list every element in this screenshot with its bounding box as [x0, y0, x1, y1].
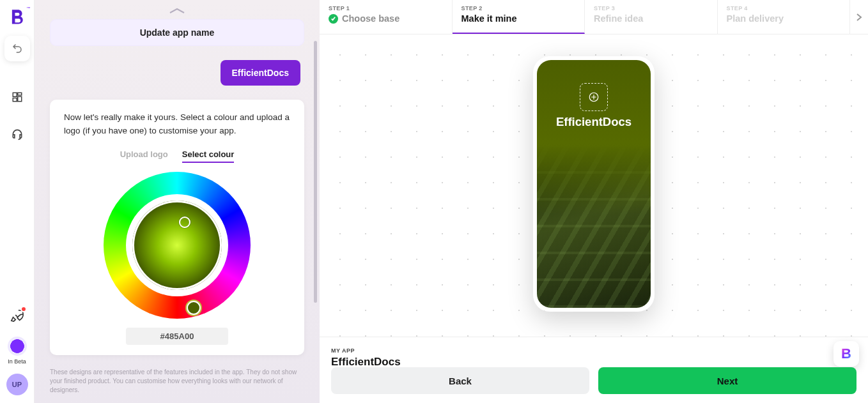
- hue-handle[interactable]: [187, 301, 201, 315]
- step-4[interactable]: STEP 4 Plan delivery: [718, 0, 851, 34]
- phone-mockup: EfficientDocs: [533, 56, 655, 312]
- rocket-button[interactable]: [10, 308, 24, 325]
- trademark: ™: [27, 6, 31, 10]
- hex-input[interactable]: [126, 328, 228, 345]
- scrollbar-thumb[interactable]: [314, 41, 317, 303]
- app-name-chip: EfficientDocs: [221, 60, 300, 86]
- step-2[interactable]: STEP 2 Make it mine: [453, 0, 585, 34]
- phone-screen: EfficientDocs: [537, 60, 651, 308]
- undo-icon: [12, 43, 23, 54]
- add-logo-slot[interactable]: [580, 83, 608, 111]
- beta-label: In Beta: [8, 358, 26, 365]
- stepper: STEP 1 Choose base STEP 2 Make it mine S…: [320, 0, 868, 34]
- stepper-next-arrow[interactable]: [850, 0, 868, 34]
- left-rail: ™ In Beta UP: [0, 0, 35, 403]
- update-app-name-label: Update app name: [140, 27, 215, 38]
- tab-select-colour[interactable]: Select colour: [182, 149, 235, 163]
- colour-wheel[interactable]: [104, 172, 251, 319]
- notification-dot-icon: [20, 306, 27, 312]
- brand-badge[interactable]: B: [833, 341, 859, 367]
- phone-app-title: EfficientDocs: [537, 115, 651, 129]
- preview-canvas[interactable]: EfficientDocs: [320, 34, 868, 337]
- design-disclaimer: These designs are representative of the …: [50, 368, 304, 401]
- chevron-up-icon: [169, 7, 185, 15]
- dashboard-icon[interactable]: [7, 87, 27, 107]
- brand-logo[interactable]: ™: [5, 5, 29, 29]
- back-button[interactable]: Back: [331, 367, 589, 394]
- plus-circle-icon: [588, 91, 600, 103]
- step-3[interactable]: STEP 3 Refine idea: [585, 0, 718, 34]
- next-button[interactable]: Next: [598, 367, 856, 394]
- customise-card: Now let's really make it yours. Select a…: [50, 100, 304, 355]
- saturation-disc[interactable]: [132, 201, 222, 290]
- hue-ring[interactable]: [104, 172, 251, 319]
- saturation-handle[interactable]: [179, 217, 190, 228]
- preview-panel: STEP 1 Choose base STEP 2 Make it mine S…: [320, 0, 868, 403]
- myapp-label: MY APP: [331, 347, 856, 354]
- configurator-panel: Update app name EfficientDocs Now let's …: [35, 0, 320, 403]
- brand-b-glyph: B: [841, 346, 851, 362]
- card-description: Now let's really make it yours. Select a…: [64, 111, 290, 138]
- avatar-initials: UP: [12, 381, 22, 388]
- bottom-bar: B MY APP EfficientDocs Back Next: [320, 337, 868, 403]
- check-circle-icon: [329, 14, 338, 24]
- collapse-panel-button[interactable]: [151, 6, 203, 15]
- beta-status-icon: [8, 337, 27, 356]
- customise-tabs: Upload logo Select colour: [64, 149, 290, 163]
- brand-b-icon: [8, 8, 26, 26]
- avatar[interactable]: UP: [6, 374, 28, 395]
- myapp-name: EfficientDocs: [331, 356, 856, 369]
- headset-icon[interactable]: [7, 124, 27, 144]
- undo-button[interactable]: [4, 36, 30, 61]
- update-app-name-button[interactable]: Update app name: [50, 19, 304, 46]
- tab-upload-logo[interactable]: Upload logo: [120, 149, 168, 163]
- step-1[interactable]: STEP 1 Choose base: [320, 0, 453, 34]
- chevron-right-icon: [856, 13, 862, 22]
